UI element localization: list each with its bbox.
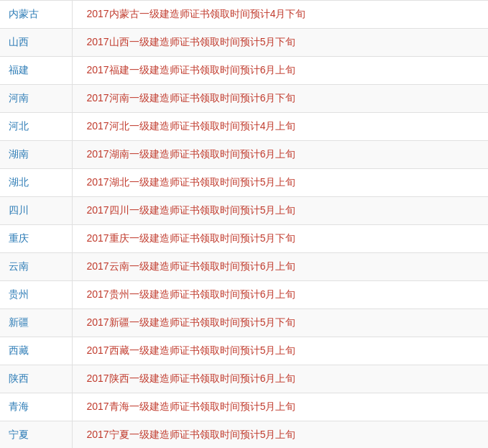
content-cell[interactable]: 2017贵州一级建造师证书领取时间预计6月上旬 xyxy=(72,281,488,309)
region-cell: 西藏 xyxy=(0,337,72,365)
content-cell[interactable]: 2017湖北一级建造师证书领取时间预计5月上旬 xyxy=(72,169,488,197)
table-row[interactable]: 内蒙古2017内蒙古一级建造师证书领取时间预计4月下旬 xyxy=(0,1,488,29)
table-row[interactable]: 重庆2017重庆一级建造师证书领取时间预计5月下旬 xyxy=(0,225,488,253)
content-cell[interactable]: 2017福建一级建造师证书领取时间预计6月上旬 xyxy=(72,57,488,85)
content-cell[interactable]: 2017河南一级建造师证书领取时间预计6月下旬 xyxy=(72,85,488,113)
table-row[interactable]: 河北2017河北一级建造师证书领取时间预计4月上旬 xyxy=(0,113,488,141)
region-cell: 内蒙古 xyxy=(0,1,72,29)
region-cell: 河南 xyxy=(0,85,72,113)
content-cell[interactable]: 2017西藏一级建造师证书领取时间预计5月上旬 xyxy=(72,337,488,365)
region-cell: 福建 xyxy=(0,57,72,85)
content-cell[interactable]: 2017湖南一级建造师证书领取时间预计6月上旬 xyxy=(72,141,488,169)
region-cell: 新疆 xyxy=(0,309,72,337)
table-row[interactable]: 宁夏2017宁夏一级建造师证书领取时间预计5月上旬 xyxy=(0,421,488,449)
content-cell[interactable]: 2017重庆一级建造师证书领取时间预计5月下旬 xyxy=(72,225,488,253)
region-cell: 云南 xyxy=(0,253,72,281)
region-cell: 河北 xyxy=(0,113,72,141)
table-row[interactable]: 湖北2017湖北一级建造师证书领取时间预计5月上旬 xyxy=(0,169,488,197)
table-row[interactable]: 山西2017山西一级建造师证书领取时间预计5月下旬 xyxy=(0,29,488,57)
table-row[interactable]: 福建2017福建一级建造师证书领取时间预计6月上旬 xyxy=(0,57,488,85)
content-cell[interactable]: 2017山西一级建造师证书领取时间预计5月下旬 xyxy=(72,29,488,57)
region-cell: 陕西 xyxy=(0,365,72,393)
content-cell[interactable]: 2017新疆一级建造师证书领取时间预计5月下旬 xyxy=(72,309,488,337)
region-cell: 湖北 xyxy=(0,169,72,197)
table-row[interactable]: 云南2017云南一级建造师证书领取时间预计6月上旬 xyxy=(0,253,488,281)
region-cell: 四川 xyxy=(0,197,72,225)
table-row[interactable]: 贵州2017贵州一级建造师证书领取时间预计6月上旬 xyxy=(0,281,488,309)
table-row[interactable]: 河南2017河南一级建造师证书领取时间预计6月下旬 xyxy=(0,85,488,113)
region-cell: 湖南 xyxy=(0,141,72,169)
table-row[interactable]: 四川2017四川一级建造师证书领取时间预计5月上旬 xyxy=(0,197,488,225)
region-cell: 青海 xyxy=(0,393,72,421)
table-row[interactable]: 湖南2017湖南一级建造师证书领取时间预计6月上旬 xyxy=(0,141,488,169)
content-cell[interactable]: 2017宁夏一级建造师证书领取时间预计5月上旬 xyxy=(72,421,488,449)
content-cell[interactable]: 2017内蒙古一级建造师证书领取时间预计4月下旬 xyxy=(72,1,488,29)
region-cell: 宁夏 xyxy=(0,421,72,449)
table-row[interactable]: 西藏2017西藏一级建造师证书领取时间预计5月上旬 xyxy=(0,337,488,365)
main-table: 内蒙古2017内蒙古一级建造师证书领取时间预计4月下旬山西2017山西一级建造师… xyxy=(0,0,488,448)
content-cell[interactable]: 2017云南一级建造师证书领取时间预计6月上旬 xyxy=(72,253,488,281)
content-cell[interactable]: 2017四川一级建造师证书领取时间预计5月上旬 xyxy=(72,197,488,225)
content-cell[interactable]: 2017陕西一级建造师证书领取时间预计6月上旬 xyxy=(72,365,488,393)
table-row[interactable]: 新疆2017新疆一级建造师证书领取时间预计5月下旬 xyxy=(0,309,488,337)
content-cell[interactable]: 2017青海一级建造师证书领取时间预计5月上旬 xyxy=(72,393,488,421)
region-cell: 重庆 xyxy=(0,225,72,253)
content-cell[interactable]: 2017河北一级建造师证书领取时间预计4月上旬 xyxy=(72,113,488,141)
table-row[interactable]: 青海2017青海一级建造师证书领取时间预计5月上旬 xyxy=(0,393,488,421)
region-cell: 贵州 xyxy=(0,281,72,309)
table-row[interactable]: 陕西2017陕西一级建造师证书领取时间预计6月上旬 xyxy=(0,365,488,393)
region-cell: 山西 xyxy=(0,29,72,57)
